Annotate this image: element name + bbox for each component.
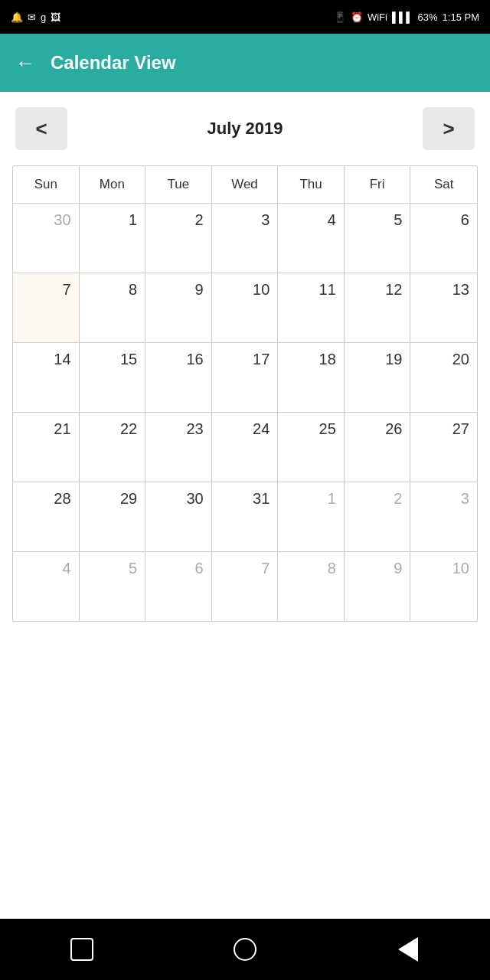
cal-cell-w6-0[interactable]: 4 bbox=[13, 552, 80, 621]
week-row-3: 14 15 16 17 18 19 20 bbox=[13, 343, 477, 413]
week-row-4: 21 22 23 24 25 26 27 bbox=[13, 413, 477, 482]
prev-month-button[interactable]: < bbox=[15, 107, 67, 150]
g-icon: g bbox=[41, 11, 46, 23]
cal-cell-w6-4[interactable]: 8 bbox=[278, 552, 345, 621]
week-row-6: 4 5 6 7 8 9 10 bbox=[13, 552, 477, 621]
cal-cell-w5-4[interactable]: 1 bbox=[278, 482, 345, 551]
cal-cell-w2-5[interactable]: 12 bbox=[345, 273, 411, 342]
status-icons: 🔔 ✉ g 🖼 bbox=[11, 11, 60, 23]
mail-icon: ✉ bbox=[28, 11, 36, 23]
cal-cell-w4-3[interactable]: 24 bbox=[212, 413, 279, 482]
phone-icon: 📱 bbox=[334, 11, 346, 23]
cal-cell-w3-3[interactable]: 17 bbox=[212, 343, 279, 412]
clock: 1:15 PM bbox=[443, 11, 479, 23]
cal-cell-w2-2[interactable]: 9 bbox=[145, 273, 212, 342]
home-button[interactable] bbox=[222, 926, 268, 972]
cal-cell-w5-0[interactable]: 28 bbox=[13, 482, 80, 551]
cal-cell-w3-0[interactable]: 14 bbox=[13, 343, 80, 412]
cal-cell-w4-5[interactable]: 26 bbox=[345, 413, 411, 482]
cal-cell-w2-4[interactable]: 11 bbox=[278, 273, 345, 342]
square-icon bbox=[70, 938, 93, 961]
wifi-icon: WiFi bbox=[368, 11, 387, 23]
image-icon: 🖼 bbox=[51, 11, 60, 23]
header-sat: Sat bbox=[410, 166, 477, 203]
cal-cell-w1-2[interactable]: 2 bbox=[145, 204, 212, 273]
cal-cell-w1-1[interactable]: 1 bbox=[80, 204, 146, 273]
cal-cell-w3-6[interactable]: 20 bbox=[410, 343, 477, 412]
cal-cell-w5-1[interactable]: 29 bbox=[80, 482, 146, 551]
cal-cell-w4-2[interactable]: 23 bbox=[145, 413, 212, 482]
next-month-button[interactable]: > bbox=[423, 107, 475, 150]
header-fri: Fri bbox=[345, 166, 411, 203]
back-button[interactable]: ← bbox=[15, 51, 35, 75]
main-content: < July 2019 > Sun Mon Tue Wed Thu Fri Sa… bbox=[0, 92, 490, 919]
cal-cell-w3-5[interactable]: 19 bbox=[345, 343, 411, 412]
cal-cell-w4-4[interactable]: 25 bbox=[278, 413, 345, 482]
circle-icon bbox=[234, 938, 256, 961]
status-right: 📱 ⏰ WiFi ▌▌▌ 63% 1:15 PM bbox=[334, 11, 479, 23]
week-row-1: 30 1 2 3 4 5 6 bbox=[13, 204, 477, 273]
back-nav-button[interactable] bbox=[385, 926, 431, 972]
cal-cell-today[interactable]: 7 bbox=[13, 273, 80, 342]
header-tue: Tue bbox=[145, 166, 212, 203]
cal-cell-w3-2[interactable]: 16 bbox=[145, 343, 212, 412]
header-sun: Sun bbox=[13, 166, 80, 203]
header-wed: Wed bbox=[212, 166, 279, 203]
header-thu: Thu bbox=[278, 166, 345, 203]
top-bar: ← Calendar View bbox=[0, 34, 490, 92]
week-row-5: 28 29 30 31 1 2 3 bbox=[13, 482, 477, 552]
header-mon: Mon bbox=[80, 166, 146, 203]
cal-cell-w4-1[interactable]: 22 bbox=[80, 413, 146, 482]
cal-cell-w6-2[interactable]: 6 bbox=[145, 552, 212, 621]
cal-cell-w3-1[interactable]: 15 bbox=[80, 343, 146, 412]
recent-apps-button[interactable] bbox=[59, 926, 105, 972]
cal-cell-w6-6[interactable]: 10 bbox=[410, 552, 477, 621]
month-title: July 2019 bbox=[207, 119, 283, 139]
cal-cell-w2-1[interactable]: 8 bbox=[80, 273, 146, 342]
cal-cell-w4-0[interactable]: 21 bbox=[13, 413, 80, 482]
calendar-header-row: Sun Mon Tue Wed Thu Fri Sat bbox=[13, 166, 477, 204]
cal-cell-w6-3[interactable]: 7 bbox=[212, 552, 279, 621]
bottom-nav-bar bbox=[0, 919, 490, 980]
cal-cell-w2-6[interactable]: 13 bbox=[410, 273, 477, 342]
alarm-icon: ⏰ bbox=[351, 11, 363, 23]
cal-cell-w6-1[interactable]: 5 bbox=[80, 552, 146, 621]
cal-cell-w5-2[interactable]: 30 bbox=[145, 482, 212, 551]
cal-cell-w5-5[interactable]: 2 bbox=[345, 482, 411, 551]
cal-cell-w1-6[interactable]: 6 bbox=[410, 204, 477, 273]
cal-cell-w3-4[interactable]: 18 bbox=[278, 343, 345, 412]
signal-icon: ▌▌▌ bbox=[392, 11, 413, 23]
cal-cell-w1-3[interactable]: 3 bbox=[212, 204, 279, 273]
week-row-2: 7 8 9 10 11 12 13 bbox=[13, 273, 477, 343]
cal-cell-w1-5[interactable]: 5 bbox=[345, 204, 411, 273]
cal-cell-w5-6[interactable]: 3 bbox=[410, 482, 477, 551]
cal-cell-w5-3[interactable]: 31 bbox=[212, 482, 279, 551]
month-nav: < July 2019 > bbox=[12, 107, 478, 150]
triangle-icon bbox=[398, 937, 418, 962]
page-title: Calendar View bbox=[51, 52, 176, 74]
cal-cell-w6-5[interactable]: 9 bbox=[345, 552, 411, 621]
cal-cell-w4-6[interactable]: 27 bbox=[410, 413, 477, 482]
calendar-grid: Sun Mon Tue Wed Thu Fri Sat 30 1 2 3 4 5… bbox=[12, 165, 478, 622]
status-bar: 🔔 ✉ g 🖼 📱 ⏰ WiFi ▌▌▌ 63% 1:15 PM bbox=[0, 0, 490, 34]
battery-level: 63% bbox=[418, 11, 438, 23]
cal-cell-w1-0[interactable]: 30 bbox=[13, 204, 80, 273]
cal-cell-w1-4[interactable]: 4 bbox=[278, 204, 345, 273]
cal-cell-w2-3[interactable]: 10 bbox=[212, 273, 279, 342]
notification-icon: 🔔 bbox=[11, 11, 23, 23]
